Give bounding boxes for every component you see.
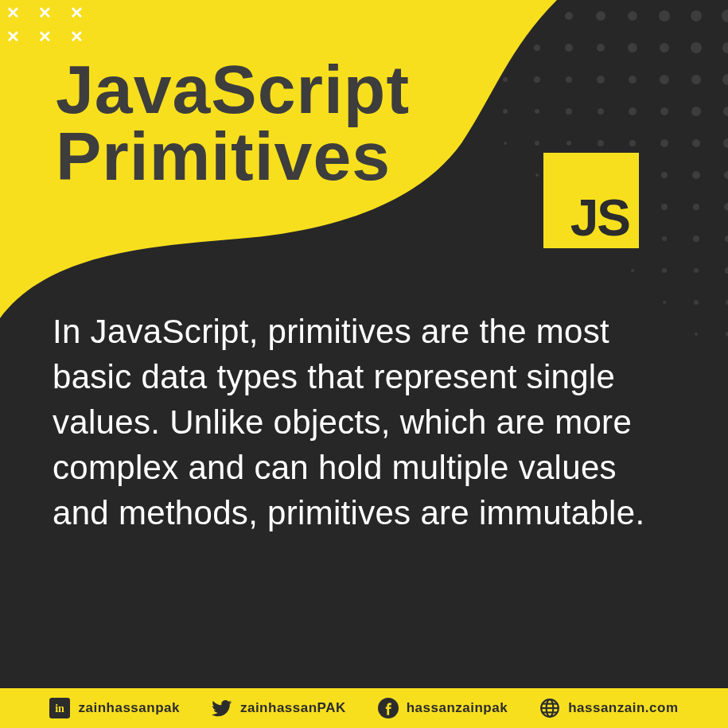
- svg-point-54: [504, 142, 507, 145]
- svg-point-83: [725, 267, 728, 274]
- website-url: hassanzain.com: [568, 700, 678, 716]
- svg-point-22: [691, 10, 702, 21]
- svg-point-49: [598, 108, 604, 115]
- svg-point-85: [694, 300, 699, 305]
- javascript-logo-text: JS: [570, 193, 629, 243]
- facebook-icon: [378, 698, 399, 718]
- svg-point-36: [471, 77, 476, 82]
- svg-point-31: [628, 43, 637, 53]
- svg-point-73: [693, 204, 699, 210]
- svg-point-41: [629, 76, 637, 84]
- svg-point-12: [376, 14, 380, 18]
- svg-point-25: [439, 45, 444, 50]
- svg-point-15: [470, 13, 477, 19]
- svg-point-68: [724, 171, 728, 179]
- x-pattern-decoration: ✕✕✕ ✕✕✕: [5, 5, 84, 53]
- svg-point-19: [596, 11, 605, 21]
- globe-icon: [539, 698, 560, 718]
- svg-point-39: [566, 76, 572, 83]
- svg-point-45: [472, 110, 475, 113]
- svg-point-79: [725, 236, 728, 242]
- svg-point-50: [629, 107, 637, 115]
- svg-point-67: [692, 171, 700, 179]
- svg-point-29: [565, 44, 573, 52]
- linkedin-handle: zainhassanpak: [78, 700, 179, 716]
- svg-point-81: [662, 268, 667, 273]
- svg-point-17: [533, 12, 541, 20]
- svg-point-38: [534, 76, 540, 83]
- svg-point-14: [439, 14, 444, 18]
- svg-point-58: [629, 140, 636, 146]
- svg-point-74: [724, 203, 728, 211]
- svg-point-80: [631, 269, 634, 272]
- svg-point-53: [723, 107, 728, 116]
- linkedin-link[interactable]: in zainhassanpak: [49, 698, 179, 718]
- svg-point-21: [659, 10, 670, 21]
- svg-point-34: [722, 42, 728, 53]
- linkedin-icon: in: [49, 698, 70, 718]
- website-link[interactable]: hassanzain.com: [539, 698, 678, 718]
- svg-point-44: [722, 74, 728, 85]
- svg-point-61: [723, 138, 728, 148]
- body-text: In JavaScript, primitives are the most b…: [53, 309, 675, 536]
- svg-point-66: [661, 172, 668, 178]
- svg-point-82: [694, 268, 699, 273]
- title-line-1: JavaScript: [56, 56, 410, 123]
- svg-point-60: [692, 139, 700, 147]
- twitter-icon: [212, 698, 232, 718]
- svg-text:in: in: [56, 702, 65, 714]
- info-card: ✕✕✕ ✕✕✕ JavaScript Primitives JS In Java…: [0, 0, 728, 728]
- svg-point-59: [660, 139, 668, 147]
- svg-point-46: [503, 109, 508, 114]
- svg-point-18: [565, 12, 573, 20]
- javascript-logo: JS: [543, 153, 639, 248]
- svg-point-84: [663, 301, 666, 304]
- svg-point-43: [691, 75, 701, 84]
- svg-point-23: [722, 10, 728, 22]
- svg-point-24: [408, 46, 411, 49]
- svg-point-55: [535, 141, 539, 146]
- svg-point-20: [628, 11, 637, 21]
- svg-point-27: [502, 45, 508, 51]
- svg-point-13: [407, 14, 412, 18]
- svg-point-47: [535, 109, 539, 114]
- svg-point-78: [693, 236, 699, 242]
- svg-point-56: [566, 141, 571, 146]
- svg-point-87: [695, 333, 698, 336]
- svg-point-40: [597, 76, 605, 84]
- svg-point-30: [597, 44, 605, 52]
- svg-point-52: [691, 107, 701, 116]
- social-footer: in zainhassanpak zainhassanPAK hassanzai…: [0, 688, 728, 728]
- svg-point-33: [691, 42, 702, 53]
- svg-point-26: [471, 45, 476, 50]
- page-title: JavaScript Primitives: [56, 56, 410, 190]
- facebook-link[interactable]: hassanzainpak: [378, 698, 508, 718]
- svg-point-35: [440, 78, 443, 81]
- title-line-2: Primitives: [56, 123, 410, 189]
- svg-point-16: [502, 13, 508, 19]
- svg-point-72: [661, 204, 668, 210]
- facebook-handle: hassanzainpak: [407, 700, 508, 716]
- svg-point-57: [598, 140, 604, 146]
- svg-point-28: [534, 45, 540, 51]
- svg-point-51: [660, 107, 668, 115]
- svg-point-32: [660, 43, 669, 53]
- svg-point-48: [566, 108, 572, 115]
- svg-point-42: [660, 75, 669, 84]
- svg-point-62: [535, 173, 539, 177]
- twitter-handle: zainhassanPAK: [240, 700, 346, 716]
- svg-point-37: [503, 77, 508, 82]
- twitter-link[interactable]: zainhassanPAK: [212, 698, 346, 718]
- svg-point-77: [662, 236, 667, 241]
